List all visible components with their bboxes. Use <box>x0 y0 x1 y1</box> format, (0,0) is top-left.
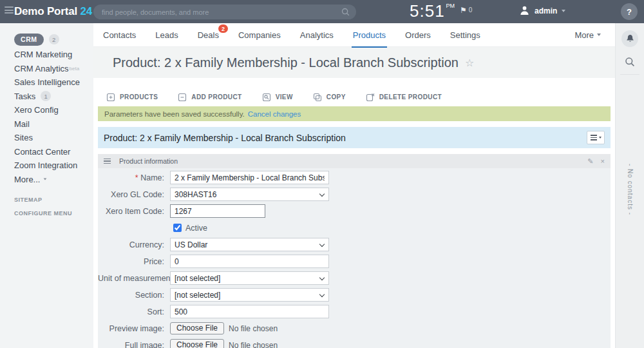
tab-settings[interactable]: Settings <box>440 23 490 46</box>
panel-menu-button[interactable] <box>587 131 605 144</box>
drag-handle-icon[interactable] <box>104 159 111 164</box>
delete-product-button[interactable]: DELETE PRODUCT <box>366 93 442 102</box>
brand-text: Demo Portal <box>14 5 77 17</box>
currency-label: Currency: <box>98 240 170 249</box>
copy-button[interactable]: COPY <box>313 93 346 102</box>
add-product-icon <box>178 93 187 102</box>
tab-leads[interactable]: Leads <box>146 23 187 46</box>
sidebar-item-sales-intelligence[interactable]: Sales Intelligence <box>14 75 93 90</box>
view-button[interactable]: VIEW <box>262 93 293 102</box>
tab-deals[interactable]: Deals2 <box>188 23 229 46</box>
clock-time: 5:51 <box>410 1 445 21</box>
favorite-star-icon[interactable]: ☆ <box>465 57 474 69</box>
tabs-bar: Contacts Leads Deals2 Companies Analytic… <box>93 23 615 47</box>
menu-icon[interactable] <box>5 6 14 15</box>
form-row-name: * Name: <box>98 171 611 184</box>
xero-item-code-label: Xero Item Code: <box>98 207 170 216</box>
tab-analytics[interactable]: Analytics <box>290 23 343 46</box>
crm-badge: 2 <box>49 34 59 44</box>
user-menu[interactable]: admin <box>519 5 565 16</box>
tab-companies[interactable]: Companies <box>229 23 290 46</box>
delete-product-icon <box>366 93 375 102</box>
chevron-down-icon <box>562 10 565 12</box>
sidebar: CRM2 CRM Marketing CRM Analyticsbeta Sal… <box>0 23 93 348</box>
chevron-down-icon <box>597 34 601 36</box>
price-label: Price: <box>98 257 170 266</box>
right-rail: - No contacts - <box>615 23 644 348</box>
global-search[interactable] <box>93 5 356 19</box>
search-input[interactable] <box>93 5 356 19</box>
clock[interactable]: 5:51PM <box>410 1 455 21</box>
currency-select[interactable]: US Dollar <box>170 238 329 251</box>
section-label: Section: <box>98 291 170 300</box>
notifications-button[interactable] <box>621 30 638 47</box>
view-icon <box>262 93 271 102</box>
top-bar: Demo Portal 24 5:51PM ⚑0 admin ? <box>0 0 644 23</box>
tasks-badge: 1 <box>41 91 51 101</box>
xero-gl-code-select-wrap: 308HAST16 <box>170 188 329 201</box>
sidebar-item-contact-center[interactable]: Contact Center <box>14 145 93 159</box>
currency-select-wrap: US Dollar <box>170 238 329 251</box>
sort-input[interactable] <box>170 305 329 318</box>
unit-label: Unit of measurement: <box>98 274 170 283</box>
unit-select[interactable]: [not selected] <box>170 271 329 285</box>
tab-orders[interactable]: Orders <box>395 23 440 46</box>
flag-icon: ⚑ <box>460 6 467 15</box>
xero-gl-code-select[interactable]: 308HAST16 <box>170 188 329 201</box>
required-mark: * <box>135 173 138 182</box>
portal-logo[interactable]: Demo Portal 24 <box>14 5 92 18</box>
name-input[interactable] <box>170 171 329 184</box>
planner-button[interactable]: ⚑0 <box>460 6 472 15</box>
sort-label: Sort: <box>98 307 170 316</box>
crm-pill: CRM <box>14 34 44 46</box>
active-label: Active <box>185 224 207 233</box>
active-checkbox[interactable] <box>173 224 182 232</box>
add-product-button[interactable]: ADD PRODUCT <box>178 93 242 102</box>
price-input[interactable] <box>170 255 329 268</box>
product-panel-header: Product: 2 x Family Membership - Local B… <box>98 127 611 148</box>
form-row-currency: Currency: US Dollar <box>98 238 611 251</box>
sidebar-item-zoom-integration[interactable]: Zoom Integration <box>14 159 93 173</box>
close-icon[interactable]: × <box>601 158 605 165</box>
chevron-down-icon <box>599 137 601 139</box>
sidebar-item-xero-config[interactable]: Xero Config <box>14 103 93 117</box>
success-notice: Parameters have been saved successfully.… <box>98 106 611 121</box>
planner-count: 0 <box>469 6 473 14</box>
full-image-label: Full image: <box>98 341 170 348</box>
xero-gl-code-label: Xero GL Code: <box>98 190 170 199</box>
full-choose-file-button[interactable]: Choose File <box>170 339 224 348</box>
xero-item-code-input[interactable] <box>170 204 265 218</box>
no-contacts-message: - No contacts - <box>627 164 634 215</box>
tabs-more-button[interactable]: More <box>574 30 601 40</box>
sitemap-link[interactable]: SITEMAP <box>14 197 93 203</box>
section-select-wrap: [not selected] <box>170 288 329 302</box>
rail-divider <box>620 74 639 75</box>
sidebar-item-crm-marketing[interactable]: CRM Marketing <box>14 48 93 62</box>
sidebar-item-tasks[interactable]: Tasks1 <box>14 90 93 104</box>
user-icon <box>519 5 530 16</box>
section-select[interactable]: [not selected] <box>170 288 329 302</box>
products-button[interactable]: PRODUCTS <box>106 93 158 102</box>
toolbar: PRODUCTS ADD PRODUCT VIEW COPY DELETE PR… <box>93 78 615 106</box>
sidebar-item-crm[interactable]: CRM2 <box>14 31 93 48</box>
sidebar-item-more[interactable]: More... <box>14 173 93 187</box>
tab-products[interactable]: Products <box>343 23 395 46</box>
form-row-full-image: Full image: Choose File No file chosen <box>98 338 611 348</box>
search-icon <box>341 8 350 16</box>
chevron-down-icon <box>44 179 47 180</box>
sidebar-item-sites[interactable]: Sites <box>14 131 93 145</box>
help-button[interactable]: ? <box>621 3 638 20</box>
configure-menu-link[interactable]: CONFIGURE MENU <box>14 210 93 217</box>
sidebar-item-mail[interactable]: Mail <box>14 117 93 131</box>
preview-image-label: Preview image: <box>98 324 170 333</box>
tab-contacts[interactable]: Contacts <box>93 23 146 46</box>
form-row-xero-item-code: Xero Item Code: <box>98 204 611 218</box>
unit-select-wrap: [not selected] <box>170 271 329 285</box>
edit-pencil-icon[interactable]: ✎ <box>587 158 593 165</box>
user-name: admin <box>535 6 557 15</box>
full-file-status: No file chosen <box>229 341 278 348</box>
rail-search-icon[interactable] <box>625 57 635 67</box>
cancel-changes-link[interactable]: Cancel changes <box>248 110 301 118</box>
preview-choose-file-button[interactable]: Choose File <box>170 322 224 334</box>
sidebar-item-crm-analytics[interactable]: CRM Analyticsbeta <box>14 62 93 76</box>
